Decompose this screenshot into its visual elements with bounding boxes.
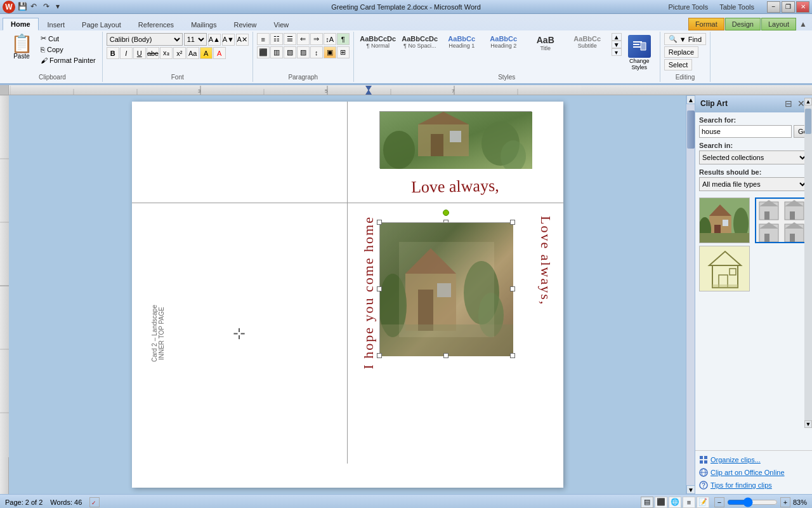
resize-handle-tl[interactable] [377,220,382,225]
find-icon: 🔍 [669,35,678,43]
font-size-select[interactable]: 11 [184,33,207,46]
grow-font-btn[interactable]: A▲ [208,34,221,46]
tab-mailings[interactable]: Mailings [183,18,225,30]
ca-scroll-down[interactable]: ▼ [804,420,812,428]
scroll-down-arrow[interactable]: ▼ [686,485,695,494]
show-para-btn[interactable]: ¶ [337,33,350,45]
normal-view-btn[interactable]: ▤ [641,497,653,508]
change-styles-button[interactable]: Change Styles [623,33,656,72]
replace-button[interactable]: Replace [664,46,698,58]
scroll-up-arrow[interactable]: ▲ [686,95,695,104]
font-name-select[interactable]: Calibri (Body) [107,33,183,46]
undo-quick-btn[interactable]: ↶ [30,2,41,12]
cut-button[interactable]: ✂ Cut [38,33,98,44]
zoom-in-btn[interactable]: + [780,497,790,507]
resize-handle-bl[interactable] [377,353,382,358]
tab-home[interactable]: Home [3,18,39,30]
clip-art-thumb-2[interactable] [755,197,806,243]
tab-insert[interactable]: Insert [39,18,74,30]
style-subtitle[interactable]: AaBbCc Subtitle [567,33,608,51]
align-right-btn[interactable]: ▧ [284,46,296,58]
document-image[interactable] [379,222,513,356]
shrink-font-btn[interactable]: A▼ [222,34,235,46]
tab-format[interactable]: Format [688,18,724,30]
styles-up-arrow[interactable]: ▲ [612,33,622,41]
full-screen-btn[interactable]: ⬛ [655,497,667,508]
web-layout-btn[interactable]: 🌐 [669,497,681,508]
save-quick-btn[interactable]: 💾 [18,2,28,12]
resize-handle-ml[interactable] [377,286,382,291]
organize-clips-link[interactable]: Organize clips... [699,453,808,466]
strikethrough-btn[interactable]: abc [147,47,159,59]
scroll-thumb[interactable] [687,110,695,149]
tab-view[interactable]: View [266,18,298,30]
rotate-handle[interactable] [443,210,449,216]
dec-indent-btn[interactable]: ⇐ [297,33,310,45]
paste-button[interactable]: 📋 Paste [6,33,37,62]
underline-btn[interactable]: U [133,47,146,59]
redo-quick-btn[interactable]: ↷ [43,2,53,12]
format-painter-button[interactable]: 🖌 Format Painter [38,55,98,65]
outline-view-btn[interactable]: ≡ [683,497,695,508]
align-center-btn[interactable]: ▥ [270,46,283,58]
ribbon-collapse-btn[interactable]: ▲ [797,18,809,30]
tab-layout[interactable]: Layout [761,18,796,30]
inc-indent-btn[interactable]: ⇒ [310,33,323,45]
subscript-btn[interactable]: x₂ [160,47,173,59]
tab-page-layout[interactable]: Page Layout [74,18,129,30]
resize-handle-mr[interactable] [510,286,515,291]
italic-btn[interactable]: I [120,47,133,59]
customize-quick-btn[interactable]: ▾ [56,2,66,12]
copy-button[interactable]: ⎘ Copy [38,44,98,55]
highlight-btn[interactable]: A [200,47,213,59]
style-heading2[interactable]: AaBbCc Heading 2 [483,33,524,51]
style-normal[interactable]: AaBbCcDc ¶ Normal [358,33,398,51]
superscript-btn[interactable]: x² [173,47,186,59]
clear-format-btn[interactable]: A✕ [236,34,249,46]
office-online-link[interactable]: Clip art on Office Online [699,466,808,479]
change-case-btn[interactable]: Aa [187,47,199,59]
clip-art-thumb-3[interactable] [699,246,750,291]
styles-down-arrow[interactable]: ▼ [612,41,622,48]
borders-btn[interactable]: ⊞ [337,46,350,58]
bullets-btn[interactable]: ≡ [257,33,270,45]
results-select[interactable]: All media file types [699,177,808,191]
restore-btn[interactable]: ❐ [782,1,795,13]
scroll-track[interactable] [686,149,695,485]
select-button[interactable]: Select [664,59,693,70]
tips-link[interactable]: ? Tips for finding clips [699,479,808,491]
line-spacing-btn[interactable]: ↕ [310,46,323,58]
resize-handle-tr[interactable] [510,220,515,225]
sort-btn[interactable]: ↕A [324,33,336,45]
resize-handle-br[interactable] [510,353,515,358]
ca-scroll-up[interactable]: ▲ [804,98,812,105]
styles-more-arrow[interactable]: ▾ [612,48,622,56]
tab-design[interactable]: Design [725,18,761,30]
draft-view-btn[interactable]: 📝 [697,497,709,508]
clip-art-dock-btn[interactable]: ⊟ [783,98,794,109]
zoom-slider[interactable] [727,499,778,505]
style-heading1[interactable]: AaBbCc Heading 1 [442,33,482,51]
find-button[interactable]: 🔍 ▼ Find [664,33,706,45]
style-no-spacing[interactable]: AaBbCcDc ¶ No Spaci... [400,33,440,51]
font-color-btn[interactable]: A [213,47,226,59]
justify-btn[interactable]: ▨ [297,46,310,58]
proofing-icon[interactable]: ✓ [89,497,100,507]
search-in-select[interactable]: Selected collections [699,150,808,164]
shading-btn[interactable]: ▣ [324,46,336,58]
numbering-btn[interactable]: ☷ [270,33,283,45]
minimize-btn[interactable]: − [767,1,780,13]
tab-references[interactable]: References [130,18,182,30]
bold-btn[interactable]: B [107,47,119,59]
close-btn[interactable]: ✕ [796,1,809,13]
align-left-btn[interactable]: ⬛ [257,46,270,58]
zoom-out-btn[interactable]: − [714,497,724,507]
search-input[interactable] [699,125,792,138]
tab-review[interactable]: Review [225,18,265,30]
ca-scroll-thumb[interactable] [805,109,811,134]
style-title[interactable]: AaB Title [525,33,566,53]
resize-handle-bc[interactable] [443,353,449,358]
clip-art-thumb-1[interactable] [699,197,750,243]
office-logo[interactable]: W [3,1,15,13]
multilevel-btn[interactable]: ☰ [284,33,296,45]
